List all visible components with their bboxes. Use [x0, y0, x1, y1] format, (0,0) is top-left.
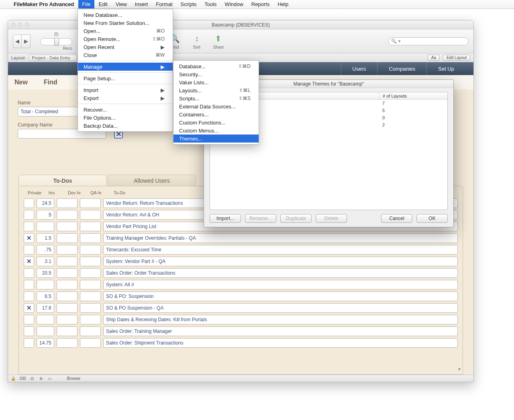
private-checkbox[interactable]: [24, 326, 34, 336]
hrs-cell[interactable]: [37, 315, 54, 324]
manage-menu-item[interactable]: Security...: [173, 70, 259, 78]
zoom-in-icon[interactable]: ⊕: [38, 376, 44, 381]
devhr-cell[interactable]: [57, 315, 78, 324]
manage-menu-item[interactable]: Value Lists...: [173, 78, 259, 86]
file-menu-item[interactable]: Export▶: [78, 94, 173, 102]
tab-todos[interactable]: To-Dos: [18, 175, 107, 186]
qahr-cell[interactable]: [80, 280, 101, 290]
menu-scripts[interactable]: Scripts: [177, 0, 201, 8]
search-input[interactable]: 🔍 ▾: [388, 37, 469, 45]
menu-help[interactable]: Help: [273, 0, 292, 8]
col-num-layouts[interactable]: # of Layouts: [379, 92, 447, 99]
menu-reports[interactable]: Reports: [247, 0, 274, 8]
manage-menu-item[interactable]: Custom Functions...: [173, 118, 259, 126]
zoom-out-icon[interactable]: ⊟: [29, 376, 35, 381]
private-checkbox[interactable]: [24, 210, 34, 220]
file-menu-item[interactable]: Open...⌘O: [78, 27, 173, 35]
todo-description[interactable]: Sales Order: Training Manager: [103, 326, 458, 336]
devhr-cell[interactable]: [57, 198, 78, 208]
manage-menu-item[interactable]: Layouts...⇧⌘L: [173, 86, 259, 94]
private-checkbox[interactable]: [24, 222, 34, 231]
hrs-cell[interactable]: 17.6: [37, 303, 54, 313]
private-checkbox[interactable]: ✕: [24, 233, 34, 243]
menu-format[interactable]: Format: [152, 0, 176, 8]
private-checkbox[interactable]: [24, 292, 34, 301]
manage-menu-item[interactable]: External Data Sources...: [173, 102, 259, 110]
import-button[interactable]: Import...: [210, 214, 241, 223]
private-checkbox[interactable]: [24, 245, 34, 255]
hrs-cell[interactable]: 1.5: [37, 233, 54, 243]
devhr-cell[interactable]: [57, 222, 78, 231]
close-window-icon[interactable]: [11, 22, 16, 27]
devhr-cell[interactable]: [57, 268, 78, 278]
file-menu-item[interactable]: Page Setup...: [78, 74, 173, 82]
qahr-cell[interactable]: [80, 245, 101, 255]
menu-insert[interactable]: Insert: [131, 0, 152, 8]
menu-view[interactable]: View: [112, 0, 131, 8]
file-menu-item[interactable]: Recover...: [78, 106, 173, 114]
scroll-down-icon[interactable]: ▼: [457, 367, 462, 372]
nav-setup[interactable]: Set Up: [426, 62, 465, 75]
qahr-cell[interactable]: [80, 233, 101, 243]
hrs-cell[interactable]: [37, 280, 54, 290]
file-menu-item[interactable]: Close⌘W: [78, 51, 173, 59]
devhr-cell[interactable]: [57, 338, 78, 348]
menu-window[interactable]: Window: [221, 0, 247, 8]
todo-description[interactable]: Timecards: Excused Time: [103, 245, 458, 255]
menu-edit[interactable]: Edit: [94, 0, 111, 8]
file-menu-item[interactable]: New From Starter Solution...: [78, 19, 173, 27]
subnav-new[interactable]: New: [14, 79, 28, 86]
ok-button[interactable]: OK: [416, 214, 448, 223]
todo-description[interactable]: Training Manager Overrides: Partials - Q…: [103, 233, 458, 243]
hrs-cell[interactable]: 14.75: [37, 338, 54, 348]
record-slider[interactable]: [40, 38, 72, 45]
qahr-cell[interactable]: [80, 292, 101, 301]
layout-selector[interactable]: Project - Data Entry: [29, 55, 77, 61]
prev-record-button[interactable]: ◀: [13, 35, 22, 48]
hrs-cell[interactable]: 3.1: [37, 257, 54, 266]
qahr-cell[interactable]: [80, 303, 101, 313]
nav-users[interactable]: Users: [341, 62, 377, 75]
todo-description[interactable]: System: Alt #: [103, 280, 458, 290]
file-menu-item[interactable]: File Options...: [78, 114, 173, 122]
qahr-cell[interactable]: [80, 198, 101, 208]
cancel-button[interactable]: Cancel: [381, 214, 412, 223]
rename-button[interactable]: Rename...: [245, 214, 276, 223]
hrs-cell[interactable]: .75: [37, 245, 54, 255]
manage-menu-item[interactable]: Containers...: [173, 110, 259, 118]
private-checkbox[interactable]: [24, 268, 34, 278]
private-checkbox[interactable]: [24, 315, 34, 324]
todo-description[interactable]: SO & PO Suspension - QA: [103, 303, 458, 313]
minimize-window-icon[interactable]: [18, 22, 22, 27]
devhr-cell[interactable]: [57, 303, 78, 313]
devhr-cell[interactable]: [57, 292, 78, 301]
text-format-button[interactable]: Aa: [428, 55, 440, 61]
qahr-cell[interactable]: [80, 326, 101, 336]
private-checkbox[interactable]: ✕: [24, 257, 34, 266]
hrs-cell[interactable]: [37, 222, 54, 231]
hrs-cell[interactable]: 24.5: [37, 198, 54, 208]
manage-menu-item[interactable]: Scripts...⇧⌘S: [173, 94, 259, 102]
statusarea-toggle-icon[interactable]: ▭: [47, 376, 53, 381]
file-menu-item[interactable]: Manage▶: [78, 63, 173, 71]
devhr-cell[interactable]: [57, 257, 78, 266]
delete-button[interactable]: Delete: [316, 214, 347, 223]
private-checkbox[interactable]: [24, 338, 34, 348]
file-menu-item[interactable]: New Database...: [78, 11, 173, 19]
zoom-value[interactable]: 100: [19, 376, 26, 381]
file-menu-item[interactable]: Open Recent▶: [78, 43, 173, 51]
sort-group[interactable]: ↕ Sort: [191, 33, 203, 49]
menu-tools[interactable]: Tools: [200, 0, 220, 8]
qahr-cell[interactable]: [80, 338, 101, 348]
qahr-cell[interactable]: [80, 257, 101, 266]
next-record-button[interactable]: ▶: [22, 35, 31, 48]
subnav-find[interactable]: Find: [44, 79, 57, 86]
devhr-cell[interactable]: [57, 280, 78, 290]
devhr-cell[interactable]: [57, 245, 78, 255]
share-group[interactable]: ⬆ Share: [212, 33, 224, 49]
qahr-cell[interactable]: [80, 315, 101, 324]
file-menu-item[interactable]: Open Remote...⇧⌘O: [78, 35, 173, 43]
file-menu-item[interactable]: Import▶: [78, 86, 173, 94]
duplicate-button[interactable]: Duplicate: [280, 214, 312, 223]
qahr-cell[interactable]: [80, 268, 101, 278]
